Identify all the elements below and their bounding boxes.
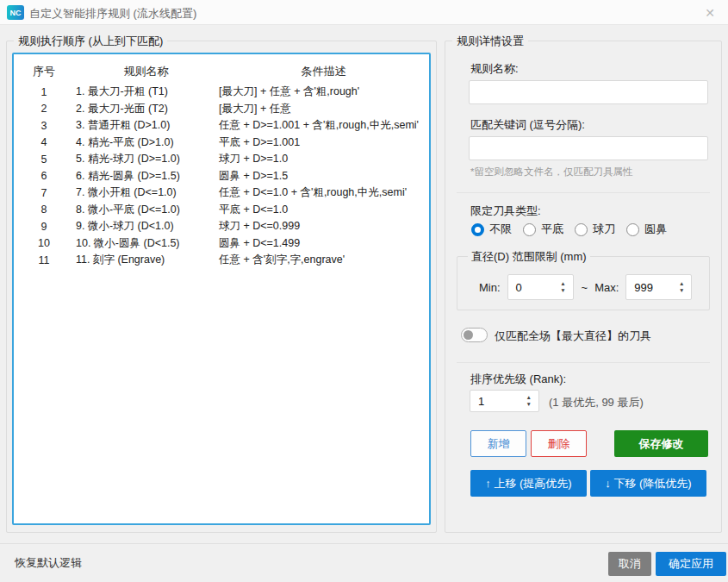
table-cell: 10. 微小-圆鼻 (D<1.5) xyxy=(74,236,218,251)
window-title: 自定义智能排序规则 (流水线配置) xyxy=(29,6,196,22)
table-row[interactable]: 1010. 微小-圆鼻 (D<1.5)圆鼻 + D<=1.499 xyxy=(14,235,429,253)
cancel-button[interactable]: 取消 xyxy=(608,552,651,576)
radio-icon[interactable] xyxy=(523,223,536,236)
table-cell: 平底 + D<=1.0 xyxy=(218,203,429,217)
table-cell: 9. 微小-球刀 (D<1.0) xyxy=(74,219,218,234)
rule-order-groupbox: 规则执行顺序 (从上到下匹配) 序号 规则名称 条件描述 11. 最大刀-开粗 … xyxy=(6,41,437,533)
col-header-name: 规则名称 xyxy=(74,64,218,79)
table-cell: 任意 + D>=1.001 + 含'粗,rough,中光,semi' xyxy=(218,118,429,133)
tool-type-radio-不限[interactable]: 不限 xyxy=(471,222,512,237)
rule-name-input[interactable] xyxy=(469,80,708,104)
table-cell: 平底 + D>=1.001 xyxy=(218,135,429,150)
keywords-hint: *留空则忽略文件名，仅匹配刀具属性 xyxy=(470,166,632,178)
radio-icon[interactable] xyxy=(575,223,588,236)
radio-label: 不限 xyxy=(489,222,512,237)
table-cell: 7 xyxy=(14,187,74,199)
table-cell: 3 xyxy=(14,120,74,132)
rules-table[interactable]: 序号 规则名称 条件描述 11. 最大刀-开粗 (T1)[最大刀] + 任意 +… xyxy=(12,53,431,525)
table-row[interactable]: 22. 最大刀-光面 (T2)[最大刀] + 任意 xyxy=(14,101,429,118)
max-spin-up-icon[interactable]: ▲ xyxy=(677,280,686,288)
table-cell: 圆鼻 + D<=1.499 xyxy=(218,236,429,251)
max-spin-down-icon[interactable]: ▼ xyxy=(677,287,686,295)
table-cell: 11. 刻字 (Engrave) xyxy=(74,253,218,267)
min-spin-up-icon[interactable]: ▲ xyxy=(558,280,567,288)
separator xyxy=(457,362,710,363)
rules-table-header: 序号 规则名称 条件描述 xyxy=(14,63,429,80)
apply-button[interactable]: 确定应用 xyxy=(656,552,726,576)
table-cell: 5 xyxy=(14,153,74,166)
table-row[interactable]: 55. 精光-球刀 (D>=1.0)球刀 + D>=1.0 xyxy=(14,151,429,168)
col-header-cond: 条件描述 xyxy=(218,64,429,79)
tool-type-radio-group: 不限平底球刀圆鼻 xyxy=(471,222,678,237)
table-cell: 7. 微小开粗 (D<=1.0) xyxy=(74,185,218,200)
rule-detail-groupbox: 规则详情设置 规则名称: 匹配关键词 (逗号分隔): *留空则忽略文件名，仅匹配… xyxy=(445,41,722,533)
rank-spin-down-icon[interactable]: ▼ xyxy=(525,401,533,409)
table-row[interactable]: 11. 最大刀-开粗 (T1)[最大刀] + 任意 + 含'粗,rough' xyxy=(14,84,429,101)
rank-hint: (1 最优先, 99 最后) xyxy=(549,395,644,410)
table-cell: 任意 + D<=1.0 + 含'粗,rough,中光,semi' xyxy=(218,185,429,200)
rank-spinner[interactable]: 1 ▲ ▼ xyxy=(470,390,539,412)
table-row[interactable]: 66. 精光-圆鼻 (D>=1.5)圆鼻 + D>=1.5 xyxy=(14,168,429,185)
table-cell: 任意 + 含'刻字,字,engrave' xyxy=(218,253,429,267)
min-value: 0 xyxy=(508,281,522,294)
app-logo-icon: NC xyxy=(7,5,24,20)
toggle-knob xyxy=(464,330,473,340)
rule-order-title: 规则执行顺序 (从上到下匹配) xyxy=(14,34,167,49)
title-bar: NC 自定义智能排序规则 (流水线配置) ✕ xyxy=(0,0,728,25)
restore-defaults-button[interactable]: 恢复默认逻辑 xyxy=(15,555,82,571)
max-spinner[interactable]: 999 ▲ ▼ xyxy=(625,274,692,300)
move-down-button[interactable]: ↓ 下移 (降低优先) xyxy=(590,470,706,497)
rule-detail-title: 规则详情设置 xyxy=(452,34,528,49)
tool-type-radio-球刀[interactable]: 球刀 xyxy=(575,222,615,237)
keywords-label: 匹配关键词 (逗号分隔): xyxy=(470,117,585,133)
rule-name-label: 规则名称: xyxy=(470,61,519,77)
max-diameter-toggle[interactable] xyxy=(461,328,488,342)
min-spin-down-icon[interactable]: ▼ xyxy=(558,287,567,295)
table-row[interactable]: 1111. 刻字 (Engrave)任意 + 含'刻字,字,engrave' xyxy=(14,252,429,269)
col-header-no: 序号 xyxy=(14,64,74,79)
max-diameter-toggle-label: 仅匹配全场【最大直径】的刀具 xyxy=(495,329,651,344)
tool-type-radio-圆鼻[interactable]: 圆鼻 xyxy=(626,222,667,237)
table-cell: 11 xyxy=(14,254,74,266)
table-row[interactable]: 33. 普通开粗 (D>1.0)任意 + D>=1.001 + 含'粗,roug… xyxy=(14,117,429,135)
add-button[interactable]: 新增 xyxy=(470,430,526,457)
table-cell: 5. 精光-球刀 (D>=1.0) xyxy=(74,152,218,166)
table-cell: [最大刀] + 任意 + 含'粗,rough' xyxy=(218,84,429,99)
table-cell: 3. 普通开粗 (D>1.0) xyxy=(74,118,218,133)
tool-type-radio-平底[interactable]: 平底 xyxy=(523,222,563,237)
table-cell: 1 xyxy=(14,86,74,98)
diameter-row: Min: 0 ▲ ▼ ~ Max: 999 ▲ ▼ xyxy=(457,274,709,300)
max-label: Max: xyxy=(594,281,619,294)
move-up-button[interactable]: ↑ 上移 (提高优先) xyxy=(470,470,587,497)
delete-button[interactable]: 删除 xyxy=(531,430,587,457)
table-cell: 2. 最大刀-光面 (T2) xyxy=(74,102,218,116)
table-row[interactable]: 44. 精光-平底 (D>1.0)平底 + D>=1.001 xyxy=(14,135,429,152)
table-cell: 9 xyxy=(14,221,74,233)
table-row[interactable]: 99. 微小-球刀 (D<1.0)球刀 + D<=0.999 xyxy=(14,218,429,235)
min-label: Min: xyxy=(479,281,501,294)
keywords-input[interactable] xyxy=(469,136,708,160)
footer-separator xyxy=(0,543,728,544)
table-cell: 6 xyxy=(14,170,74,182)
radio-icon[interactable] xyxy=(626,223,639,236)
table-cell: 4 xyxy=(14,136,74,148)
diameter-title: 直径(D) 范围限制 (mm) xyxy=(468,249,590,265)
table-cell: [最大刀] + 任意 xyxy=(218,102,429,116)
min-spinner[interactable]: 0 ▲ ▼ xyxy=(507,274,574,300)
table-cell: 8 xyxy=(14,203,74,216)
table-cell: 1. 最大刀-开粗 (T1) xyxy=(74,84,218,99)
close-icon[interactable]: ✕ xyxy=(700,3,719,22)
dialog-window: NC 自定义智能排序规则 (流水线配置) ✕ 规则执行顺序 (从上到下匹配) 序… xyxy=(0,0,728,582)
radio-label: 圆鼻 xyxy=(644,222,667,237)
table-cell: 8. 微小-平底 (D<=1.0) xyxy=(74,203,218,217)
radio-icon[interactable] xyxy=(471,223,484,236)
table-cell: 球刀 + D<=0.999 xyxy=(218,219,429,234)
table-row[interactable]: 88. 微小-平底 (D<=1.0)平底 + D<=1.0 xyxy=(14,202,429,219)
rank-spin-up-icon[interactable]: ▲ xyxy=(525,394,533,402)
table-cell: 圆鼻 + D>=1.5 xyxy=(218,169,429,184)
max-value: 999 xyxy=(626,281,653,294)
table-row[interactable]: 77. 微小开粗 (D<=1.0)任意 + D<=1.0 + 含'粗,rough… xyxy=(14,185,429,202)
separator xyxy=(457,192,710,193)
radio-label: 球刀 xyxy=(593,222,615,237)
save-button[interactable]: 保存修改 xyxy=(614,430,708,457)
